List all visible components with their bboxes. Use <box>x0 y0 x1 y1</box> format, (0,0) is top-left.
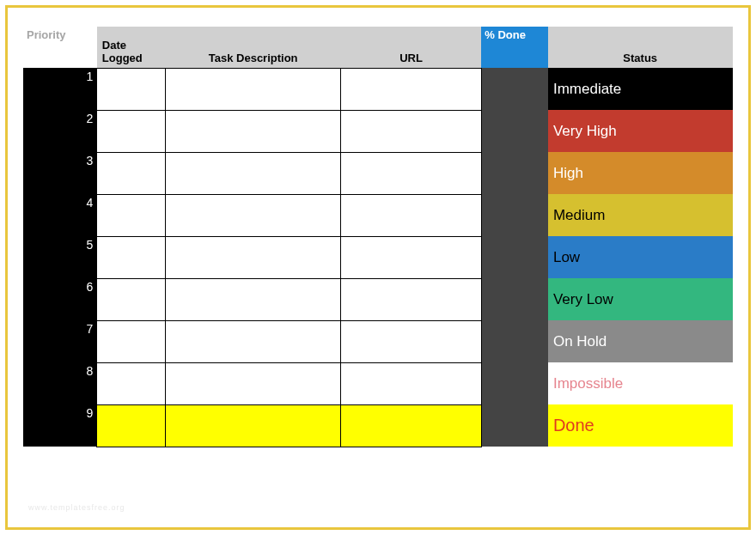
cell-priority: 5 <box>23 236 97 278</box>
cell-date-logged[interactable] <box>97 152 166 194</box>
cell-percent-done[interactable] <box>481 68 548 110</box>
cell-date-logged[interactable] <box>97 320 166 362</box>
cell-percent-done[interactable] <box>481 278 548 320</box>
cell-date-logged[interactable] <box>97 362 166 404</box>
table-row: 4Medium <box>23 194 733 236</box>
cell-date-logged[interactable] <box>97 194 166 236</box>
cell-percent-done[interactable] <box>481 320 548 362</box>
header-status: Status <box>548 27 733 68</box>
cell-task-description[interactable] <box>166 278 341 320</box>
cell-priority: 3 <box>23 152 97 194</box>
cell-url[interactable] <box>341 362 481 404</box>
cell-task-description[interactable] <box>166 362 341 404</box>
cell-status: Very High <box>548 110 733 152</box>
table-row: 2Very High <box>23 110 733 152</box>
cell-percent-done[interactable] <box>481 362 548 404</box>
header-url: URL <box>341 27 481 68</box>
cell-priority: 6 <box>23 278 97 320</box>
cell-percent-done[interactable] <box>481 152 548 194</box>
table-row: 7On Hold <box>23 320 733 362</box>
cell-status: Done <box>548 404 733 447</box>
cell-date-logged[interactable] <box>97 278 166 320</box>
cell-task-description[interactable] <box>166 110 341 152</box>
task-table: Priority Date Logged Task Description UR… <box>23 27 733 447</box>
cell-status: Impossible <box>548 362 733 404</box>
cell-task-description[interactable] <box>166 320 341 362</box>
cell-priority: 9 <box>23 404 97 447</box>
cell-date-logged[interactable] <box>97 404 166 447</box>
cell-url[interactable] <box>341 320 481 362</box>
document-frame: Priority Date Logged Task Description UR… <box>5 5 751 530</box>
table-row: 6Very Low <box>23 278 733 320</box>
header-date-logged: Date Logged <box>97 27 166 68</box>
cell-url[interactable] <box>341 68 481 110</box>
table-row: 1Immediate <box>23 68 733 110</box>
cell-date-logged[interactable] <box>97 68 166 110</box>
cell-date-logged[interactable] <box>97 110 166 152</box>
cell-task-description[interactable] <box>166 236 341 278</box>
watermark: www.templatesfree.org <box>28 503 125 512</box>
table-row: 8Impossible <box>23 362 733 404</box>
cell-percent-done[interactable] <box>481 236 548 278</box>
cell-priority: 7 <box>23 320 97 362</box>
header-task-description: Task Description <box>166 27 341 68</box>
cell-url[interactable] <box>341 278 481 320</box>
cell-percent-done[interactable] <box>481 194 548 236</box>
header-percent-done: % Done <box>481 27 548 68</box>
table-body: 1Immediate2Very High3High4Medium5Low6Ver… <box>23 68 733 447</box>
header-priority: Priority <box>23 27 97 68</box>
table-row: 9Done <box>23 404 733 447</box>
cell-url[interactable] <box>341 110 481 152</box>
cell-task-description[interactable] <box>166 68 341 110</box>
cell-status: On Hold <box>548 320 733 362</box>
cell-status: Medium <box>548 194 733 236</box>
cell-priority: 2 <box>23 110 97 152</box>
cell-status: High <box>548 152 733 194</box>
cell-url[interactable] <box>341 152 481 194</box>
cell-date-logged[interactable] <box>97 236 166 278</box>
cell-status: Very Low <box>548 278 733 320</box>
cell-priority: 1 <box>23 68 97 110</box>
cell-task-description[interactable] <box>166 194 341 236</box>
cell-percent-done[interactable] <box>481 110 548 152</box>
cell-priority: 4 <box>23 194 97 236</box>
cell-task-description[interactable] <box>166 152 341 194</box>
cell-status: Immediate <box>548 68 733 110</box>
table-row: 3High <box>23 152 733 194</box>
cell-percent-done[interactable] <box>481 404 548 447</box>
table-row: 5Low <box>23 236 733 278</box>
cell-priority: 8 <box>23 362 97 404</box>
cell-status: Low <box>548 236 733 278</box>
cell-url[interactable] <box>341 404 481 447</box>
cell-url[interactable] <box>341 194 481 236</box>
cell-url[interactable] <box>341 236 481 278</box>
cell-task-description[interactable] <box>166 404 341 447</box>
table-header-row: Priority Date Logged Task Description UR… <box>23 27 733 68</box>
